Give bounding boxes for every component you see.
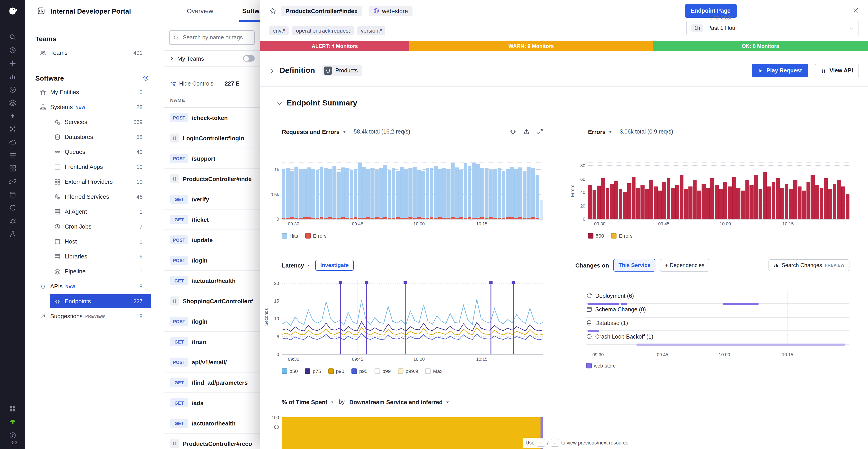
errors-dropdown[interactable]: Errors: [588, 128, 613, 135]
change-row-schema-change-0[interactable]: Schema Change (0): [586, 306, 849, 320]
search-input[interactable]: [182, 34, 251, 41]
view-api-button[interactable]: View API: [815, 64, 859, 78]
sidebar-item-external-providers[interactable]: External Providers 10: [25, 174, 164, 189]
sidebar-item-pipeline[interactable]: Pipeline 1: [25, 264, 164, 279]
sidebar-item-cron-jobs[interactable]: Cron Jobs 7: [25, 219, 164, 234]
rail-grid-button[interactable]: [6, 162, 20, 174]
rail-link-button[interactable]: [6, 176, 20, 187]
legend-item[interactable]: p95: [351, 368, 368, 374]
products-api-chip[interactable]: {} Products: [322, 65, 362, 76]
monitor-segment[interactable]: ALERT: 4 Monitors: [260, 41, 409, 51]
endpoint-row[interactable]: ProductsController#reco: [164, 433, 260, 449]
latency-plot[interactable]: Seconds 05101520: [282, 280, 543, 355]
tab-overview[interactable]: Overview: [187, 0, 213, 22]
tag-chip[interactable]: operation:rack.request: [292, 26, 354, 35]
fullscreen-icon[interactable]: [537, 128, 543, 135]
endpoint-row[interactable]: POST api/v1/email/: [164, 352, 260, 372]
tag-chip[interactable]: version:*: [357, 26, 385, 35]
dependencies-toggle[interactable]: + Dependencies: [660, 259, 709, 272]
service-chip[interactable]: web-store: [368, 6, 412, 16]
endpoint-row[interactable]: GET /verify: [164, 189, 260, 210]
group-by-dropdown[interactable]: Downstream Service and inferred: [349, 398, 450, 405]
monitor-segment[interactable]: WARN: 9 Monitors: [409, 41, 653, 51]
sidebar-item-inferred-services[interactable]: Inferred Services 46: [25, 189, 164, 204]
legend-item[interactable]: Errors: [611, 233, 632, 239]
endpoint-row[interactable]: POST /login: [164, 250, 260, 271]
legend-item[interactable]: 500: [588, 233, 604, 239]
rail-check-button[interactable]: [6, 84, 20, 95]
rail-blocks-button[interactable]: [6, 403, 20, 415]
name-column-header[interactable]: NAME: [164, 93, 260, 108]
legend-item[interactable]: Max: [425, 368, 443, 374]
errors-plot[interactable]: Errors 020406080: [588, 162, 849, 219]
export-icon[interactable]: [523, 128, 530, 135]
sidebar-item-suggestions[interactable]: Suggestions PREVIEW 18: [25, 309, 164, 324]
sidebar-item-apis[interactable]: APIs NEW 18: [25, 279, 164, 294]
legend-item[interactable]: p50: [282, 368, 298, 374]
legend-item[interactable]: Errors: [305, 233, 327, 239]
legend-item[interactable]: web-store: [586, 363, 616, 368]
play-request-button[interactable]: Play Request: [752, 64, 808, 78]
endpoint-row[interactable]: POST /check-token: [164, 108, 260, 128]
rail-clock-button[interactable]: [6, 44, 20, 56]
my-teams-toggle[interactable]: [243, 55, 255, 62]
software-settings-button[interactable]: [143, 74, 149, 81]
monitor-segment[interactable]: OK: 8 Monitors: [653, 41, 868, 51]
rail-cloud-button[interactable]: [6, 136, 20, 148]
rail-cluster-button[interactable]: [6, 123, 20, 135]
sidebar-item-frontend-apps[interactable]: Frontend Apps 10: [25, 159, 164, 174]
sidebar-item-endpoints[interactable]: Endpoints 227: [25, 294, 164, 309]
investigate-button[interactable]: Investigate: [315, 260, 353, 271]
endpoint-row[interactable]: GET /find_ad/parameters: [164, 372, 260, 393]
sidebar-item-libraries[interactable]: Libraries 6: [25, 249, 164, 264]
endpoint-row[interactable]: GET /ads: [164, 393, 260, 413]
rail-search-button[interactable]: [6, 31, 20, 43]
legend-item[interactable]: p75: [305, 368, 321, 374]
sidebar-item-host[interactable]: Host 1: [25, 234, 164, 249]
rail-box-button[interactable]: [6, 189, 20, 201]
legend-item[interactable]: p99: [375, 368, 391, 374]
scope-icon[interactable]: [510, 128, 516, 135]
definition-expander[interactable]: [269, 68, 275, 73]
datadog-logo[interactable]: [7, 5, 18, 16]
hide-controls-button[interactable]: Hide Controls: [179, 81, 213, 87]
sidebar-item-ai-agent[interactable]: AI Agent 1: [25, 204, 164, 219]
rail-bars-button[interactable]: [6, 70, 20, 82]
endpoint-row[interactable]: POST /login: [164, 311, 260, 332]
sidebar-item-services[interactable]: Services 569: [25, 115, 164, 129]
endpoint-row[interactable]: POST /update: [164, 230, 260, 250]
rail-layers-button[interactable]: [6, 97, 20, 109]
endpoint-row[interactable]: LoginController#login: [164, 128, 260, 148]
change-row-crash-loop-backoff-1[interactable]: Crash Loop Backoff (1): [586, 333, 849, 347]
this-service-toggle[interactable]: This Service: [614, 259, 655, 272]
my-teams-row[interactable]: My Teams: [164, 50, 260, 66]
time-spent-plot[interactable]: 10080: [282, 414, 543, 449]
summary-expander[interactable]: [276, 100, 283, 107]
endpoint-row[interactable]: ShoppingCartController#: [164, 291, 260, 311]
requests-plot[interactable]: 00.5k1k: [282, 162, 543, 219]
change-row-database-1[interactable]: Database (1): [586, 320, 849, 333]
latency-dropdown[interactable]: Latency: [282, 262, 311, 269]
sidebar-item-systems[interactable]: Systems NEW 28: [25, 99, 164, 115]
time-range-picker[interactable]: 1h Past 1 Hour: [686, 21, 859, 35]
endpoint-row[interactable]: POST /support: [164, 148, 260, 169]
sidebar-item-queues[interactable]: Queues 40: [25, 144, 164, 159]
endpoint-row[interactable]: GET /actuator/health: [164, 413, 260, 433]
time-spent-dropdown[interactable]: % of Time Spent: [282, 398, 334, 405]
legend-item[interactable]: p90: [328, 368, 344, 374]
rail-flask-button[interactable]: [6, 228, 20, 240]
favorite-star-button[interactable]: [269, 7, 276, 14]
sidebar-item-my-entities[interactable]: My Entities 0: [25, 85, 164, 99]
rail-bug-button[interactable]: [6, 215, 20, 227]
endpoint-row[interactable]: ProductsController#inde: [164, 169, 260, 189]
legend-item[interactable]: p99.9: [398, 368, 418, 374]
search-changes-button[interactable]: Search Changes PREVIEW: [769, 259, 849, 271]
help-button[interactable]: Help: [8, 432, 17, 445]
rail-refresh-button[interactable]: [6, 202, 20, 214]
change-row-deployment-6[interactable]: Deployment (6): [586, 292, 849, 306]
rail-spark-button[interactable]: [6, 58, 20, 69]
rail-list-button[interactable]: [6, 149, 20, 161]
close-button[interactable]: [852, 7, 859, 13]
legend-item[interactable]: Hits: [282, 233, 298, 239]
rail-plant-button[interactable]: [6, 416, 20, 428]
